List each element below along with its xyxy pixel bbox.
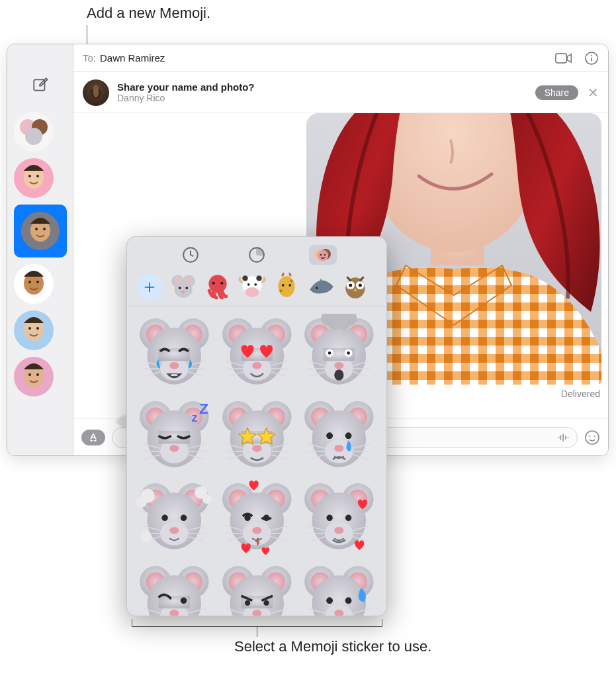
svg-point-73 (140, 532, 152, 543)
memoji-char-owl[interactable] (341, 273, 369, 301)
sticker-icon (248, 246, 265, 263)
svg-point-59 (347, 351, 351, 355)
callout-bottom: Select a Memoji sticker to use. (234, 637, 431, 657)
svg-point-70 (136, 497, 147, 508)
svg-point-3 (25, 128, 42, 145)
svg-point-15 (36, 281, 39, 283)
sticker-mouse-mind-blown[interactable] (300, 314, 378, 393)
svg-point-10 (35, 228, 38, 230)
callout-leader (257, 627, 257, 637)
svg-point-72 (202, 494, 212, 504)
add-memoji-button[interactable]: ＋ (136, 273, 163, 300)
svg-point-81 (327, 598, 333, 604)
svg-point-23 (36, 373, 39, 376)
compose-icon[interactable] (32, 76, 49, 93)
plus-icon: ＋ (140, 277, 159, 296)
avatar (83, 79, 109, 106)
app-store-icon (87, 432, 99, 443)
emoji-picker-icon[interactable] (584, 430, 600, 445)
tab-stickers[interactable] (243, 245, 271, 265)
callout-bracket (132, 619, 382, 627)
share-button[interactable]: Share (535, 85, 578, 100)
tab-recents[interactable] (177, 245, 204, 265)
svg-point-19 (36, 327, 39, 330)
svg-point-42 (318, 250, 328, 261)
svg-point-11 (43, 228, 46, 230)
sticker-mouse-star-eyes[interactable] (218, 396, 296, 475)
svg-point-43 (320, 254, 322, 256)
svg-rect-62 (166, 453, 182, 461)
sticker-mouse-laughing-tears[interactable] (135, 314, 214, 393)
svg-point-76 (181, 598, 187, 604)
sidebar-item-photo-contact-1[interactable] (14, 310, 54, 350)
sticker-mouse-blowing-kiss-hearts[interactable] (218, 479, 296, 557)
sidebar-item-dawn-ramirez[interactable] (21, 212, 60, 250)
banner-subtitle: Danny Rico (117, 93, 255, 103)
svg-point-37 (594, 436, 595, 437)
callout-top: Add a new Memoji. (87, 4, 210, 23)
sidebar-item-memoji-pink[interactable] (14, 158, 54, 198)
svg-point-67 (327, 432, 333, 438)
sticker-mouse-tear[interactable] (300, 396, 378, 475)
sticker-mouse-confused[interactable] (135, 561, 214, 616)
sticker-mouse-head-clouds[interactable] (135, 479, 214, 557)
sticker-mouse-hearts-around[interactable] (300, 479, 378, 557)
sticker-mouse-angry[interactable] (218, 561, 296, 616)
svg-point-14 (28, 281, 31, 283)
svg-point-68 (345, 432, 351, 438)
memoji-icon (314, 246, 331, 263)
svg-point-58 (328, 351, 331, 355)
svg-text:Z: Z (199, 400, 208, 417)
close-icon[interactable]: ✕ (588, 86, 599, 99)
sidebar-item-memoji-glasses[interactable] (14, 264, 54, 304)
share-name-photo-banner: Share your name and photo? Danny Rico Sh… (73, 72, 608, 113)
memoji-char-cow[interactable] (238, 273, 266, 301)
svg-point-80 (263, 600, 269, 606)
svg-text:z: z (191, 411, 197, 424)
memoji-char-giraffe[interactable] (273, 273, 300, 301)
memoji-char-octopus[interactable] (204, 273, 232, 301)
memoji-char-mouse[interactable] (169, 273, 197, 301)
sticker-mouse-heart-eyes[interactable] (218, 314, 296, 393)
svg-point-22 (28, 373, 31, 376)
memoji-character-row: ＋ (127, 270, 386, 307)
popover-tabs (127, 237, 386, 270)
sticker-mouse-sleeping[interactable]: zZ (135, 396, 214, 475)
svg-point-82 (345, 598, 351, 604)
details-icon[interactable] (584, 52, 599, 65)
apps-button[interactable] (81, 430, 105, 445)
popover-arrow (117, 414, 127, 429)
svg-point-55 (337, 317, 350, 330)
svg-point-60 (335, 369, 344, 381)
clock-icon (182, 246, 199, 263)
svg-rect-24 (556, 54, 566, 63)
recipient-name: Dawn Ramirez (100, 52, 165, 64)
memoji-popover: ＋ zZ (126, 236, 387, 616)
svg-point-18 (28, 327, 31, 330)
to-label: To: (83, 52, 96, 64)
facetime-icon[interactable] (555, 52, 572, 65)
sticker-mouse-sweat[interactable] (300, 561, 378, 616)
audio-message-icon[interactable] (557, 432, 572, 443)
svg-point-6 (28, 175, 31, 177)
svg-point-44 (324, 254, 326, 256)
sidebar-item-group-chat[interactable] (14, 112, 54, 152)
tab-memoji[interactable] (309, 245, 337, 265)
sidebar-item-photo-contact-2[interactable] (14, 357, 54, 396)
memoji-sticker-grid: zZ (127, 307, 386, 616)
svg-point-7 (36, 175, 39, 177)
conversation-sidebar (7, 44, 73, 455)
svg-point-36 (590, 436, 591, 437)
banner-title: Share your name and photo? (117, 81, 255, 93)
svg-point-26 (591, 54, 592, 56)
delivered-status: Delivered (561, 389, 600, 399)
conversation-header: To: Dawn Ramirez (73, 44, 608, 72)
svg-point-35 (586, 431, 599, 444)
memoji-char-shark[interactable] (307, 273, 335, 301)
svg-point-79 (245, 600, 250, 606)
